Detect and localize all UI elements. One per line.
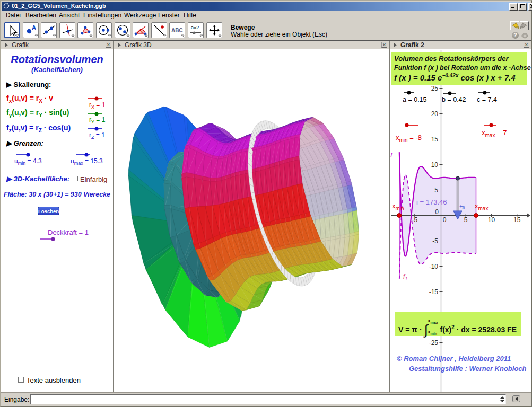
svg-text:20: 20 <box>431 110 439 118</box>
svg-text:ABC: ABC <box>171 28 183 33</box>
svg-text:-10: -10 <box>429 263 439 270</box>
svg-text:a=2: a=2 <box>191 25 199 30</box>
svg-text:0: 0 <box>443 216 447 224</box>
svg-text:5: 5 <box>434 187 438 194</box>
svg-text:5: 5 <box>464 216 468 224</box>
svg-text:25: 25 <box>431 85 439 92</box>
svg-text:10: 10 <box>488 216 495 224</box>
svg-text:0: 0 <box>435 208 439 216</box>
svg-text:10: 10 <box>431 161 439 169</box>
svg-text:-5: -5 <box>412 216 417 224</box>
svg-text:15: 15 <box>513 216 521 224</box>
svg-text:-25: -25 <box>429 339 439 347</box>
svg-text:15: 15 <box>431 136 439 143</box>
svg-text:A: A <box>32 24 36 31</box>
svg-text:-5: -5 <box>432 237 438 245</box>
svg-text:-15: -15 <box>429 288 439 296</box>
svg-text:α: α <box>141 29 144 34</box>
